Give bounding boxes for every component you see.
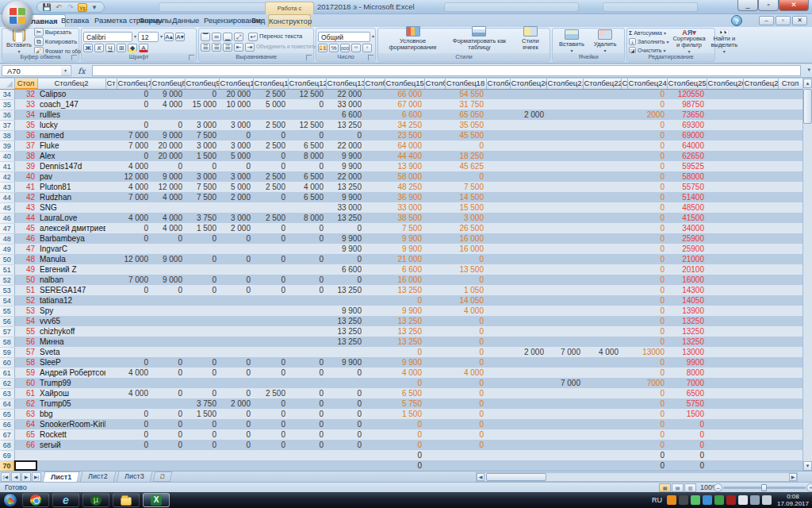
cell-c11-67[interactable]: 0 bbox=[253, 429, 288, 440]
borders-icon[interactable]: ⊞ bbox=[117, 44, 126, 52]
cell-m-42[interactable]: pav bbox=[37, 171, 105, 182]
cell-c22-50[interactable] bbox=[583, 254, 621, 264]
cell-c14-52[interactable] bbox=[364, 275, 385, 285]
cell-c15-35[interactable]: 67 000 bbox=[385, 99, 424, 110]
cell-c10-50[interactable]: 0 bbox=[219, 254, 253, 264]
cell-c24-67[interactable]: 0 bbox=[627, 429, 667, 440]
cell-c22-45[interactable] bbox=[583, 202, 621, 213]
cell-c24-46[interactable]: 0 bbox=[627, 213, 667, 223]
cell-c10-49[interactable] bbox=[219, 244, 253, 254]
vertical-scrollbar[interactable]: ▲ ▼ bbox=[802, 79, 812, 471]
cell-c9-56[interactable] bbox=[185, 316, 219, 326]
taskbar-button-ie[interactable]: e bbox=[52, 493, 79, 507]
cell-c10-46[interactable]: 3 000 bbox=[219, 213, 253, 223]
cell-c11-59[interactable] bbox=[253, 347, 288, 357]
minimize-button[interactable]: _ bbox=[737, 0, 758, 11]
cell-c12-48[interactable]: 0 bbox=[288, 233, 326, 244]
cell-c18-37[interactable]: 35 050 bbox=[445, 120, 486, 130]
cell-c27-66[interactable] bbox=[743, 419, 778, 429]
cell-c25-49[interactable]: 25900 bbox=[667, 244, 707, 254]
cell-c25-35[interactable]: 98750 bbox=[667, 99, 707, 110]
cell-c23-47[interactable] bbox=[621, 223, 627, 233]
cell-c25-41[interactable]: 59525 bbox=[667, 161, 707, 171]
display-icon[interactable] bbox=[750, 495, 760, 505]
office-button[interactable] bbox=[2, 1, 33, 31]
cell-c16-38[interactable] bbox=[424, 130, 445, 140]
sync-icon[interactable] bbox=[714, 495, 724, 505]
cell-c14-50[interactable] bbox=[364, 254, 385, 264]
cell-c18-41[interactable]: 45 625 bbox=[445, 161, 486, 171]
cell-c24-42[interactable]: 0 bbox=[627, 171, 667, 182]
cell-c23-61[interactable] bbox=[621, 368, 627, 378]
cell-c16-53[interactable] bbox=[424, 285, 445, 295]
cell-c20-69[interactable] bbox=[510, 450, 546, 460]
save-icon[interactable]: 💾 bbox=[42, 3, 52, 12]
cell-c16-57[interactable] bbox=[424, 326, 445, 337]
cell-c13-65[interactable]: 0 bbox=[326, 409, 364, 419]
cell-c18-45[interactable]: 15 500 bbox=[445, 202, 486, 213]
cell-c15-43[interactable]: 48 250 bbox=[385, 182, 424, 192]
cell-c23-63[interactable] bbox=[621, 388, 627, 398]
cell-c18-43[interactable]: 7 500 bbox=[445, 182, 486, 192]
cell-c19-40[interactable] bbox=[486, 151, 510, 161]
column-header-c26[interactable]: Столбец26 bbox=[707, 79, 743, 89]
cell-c7-55[interactable] bbox=[117, 306, 151, 316]
cell-c25-42[interactable]: 58000 bbox=[667, 171, 707, 182]
cell-c22-40[interactable] bbox=[583, 151, 621, 161]
cell-c16-52[interactable] bbox=[424, 275, 445, 285]
bold-button[interactable]: Ж bbox=[83, 44, 93, 52]
cell-c16-65[interactable] bbox=[424, 409, 445, 419]
cell-c7-65[interactable]: 0 bbox=[117, 409, 151, 419]
cell-c25-61[interactable]: 8000 bbox=[667, 368, 707, 378]
cell-c7-44[interactable]: 7 000 bbox=[117, 192, 151, 202]
cell-c27-38[interactable] bbox=[743, 130, 778, 140]
cell-c16-60[interactable] bbox=[424, 357, 445, 368]
cell-c7-61[interactable]: 4 000 bbox=[117, 368, 151, 378]
cell-c19-46[interactable] bbox=[486, 213, 510, 223]
cell-i-34[interactable]: 32 bbox=[14, 89, 37, 99]
cell-c23-57[interactable] bbox=[621, 326, 627, 337]
cell-c24-60[interactable]: 0 bbox=[627, 357, 667, 368]
start-button[interactable] bbox=[3, 493, 17, 507]
cell-i-39[interactable]: 37 bbox=[14, 140, 37, 151]
cell-c24-34[interactable]: 0 bbox=[627, 89, 667, 99]
cell-c14-58[interactable] bbox=[364, 337, 385, 347]
cell-c12-46[interactable]: 8 000 bbox=[288, 213, 326, 223]
cell-c25-52[interactable]: 16000 bbox=[667, 275, 707, 285]
cell-c24-51[interactable]: 0 bbox=[627, 264, 667, 275]
cell-c20-48[interactable] bbox=[510, 233, 546, 244]
cell-c13-64[interactable]: 0 bbox=[326, 398, 364, 409]
cell-c25-53[interactable]: 14300 bbox=[667, 285, 707, 295]
cell-c8-55[interactable] bbox=[151, 306, 185, 316]
cell-c13-69[interactable] bbox=[326, 450, 364, 460]
cell-c21-37[interactable] bbox=[546, 120, 583, 130]
cell-c22-67[interactable] bbox=[583, 429, 621, 440]
cell-c27-43[interactable] bbox=[743, 182, 778, 192]
cell-c11-48[interactable]: 0 bbox=[253, 233, 288, 244]
cell-c13-44[interactable]: 9 900 bbox=[326, 192, 364, 202]
column-header-c20[interactable]: Столбец20 bbox=[510, 79, 546, 89]
cell-c12-59[interactable] bbox=[288, 347, 326, 357]
cell-c21-36[interactable] bbox=[546, 110, 583, 120]
cell-c28-47[interactable] bbox=[778, 223, 802, 233]
cell-c21-54[interactable] bbox=[546, 295, 583, 306]
cell-c18-64[interactable]: 0 bbox=[445, 398, 486, 409]
cell-c14-67[interactable] bbox=[364, 429, 385, 440]
cell-c7-46[interactable]: 4 000 bbox=[117, 213, 151, 223]
cell-c8-58[interactable] bbox=[151, 337, 185, 347]
cell-c22-43[interactable] bbox=[583, 182, 621, 192]
cell-c26-40[interactable] bbox=[707, 151, 743, 161]
cell-c21-69[interactable] bbox=[546, 450, 583, 460]
cell-c13-43[interactable]: 13 250 bbox=[326, 182, 364, 192]
row-header-43[interactable]: 43 bbox=[0, 182, 14, 192]
cell-i-64[interactable]: 62 bbox=[14, 398, 37, 409]
cell-c9-43[interactable]: 7 500 bbox=[185, 182, 219, 192]
cell-c3-39[interactable] bbox=[105, 140, 117, 151]
cell-c24-69[interactable]: 0 bbox=[627, 450, 667, 460]
cell-c21-39[interactable] bbox=[546, 140, 583, 151]
cell-c20-37[interactable] bbox=[510, 120, 546, 130]
row-header-60[interactable]: 60 bbox=[0, 357, 14, 368]
cell-c12-43[interactable]: 4 000 bbox=[288, 182, 326, 192]
cell-c26-57[interactable] bbox=[707, 326, 743, 337]
cell-c3-66[interactable] bbox=[105, 419, 117, 429]
